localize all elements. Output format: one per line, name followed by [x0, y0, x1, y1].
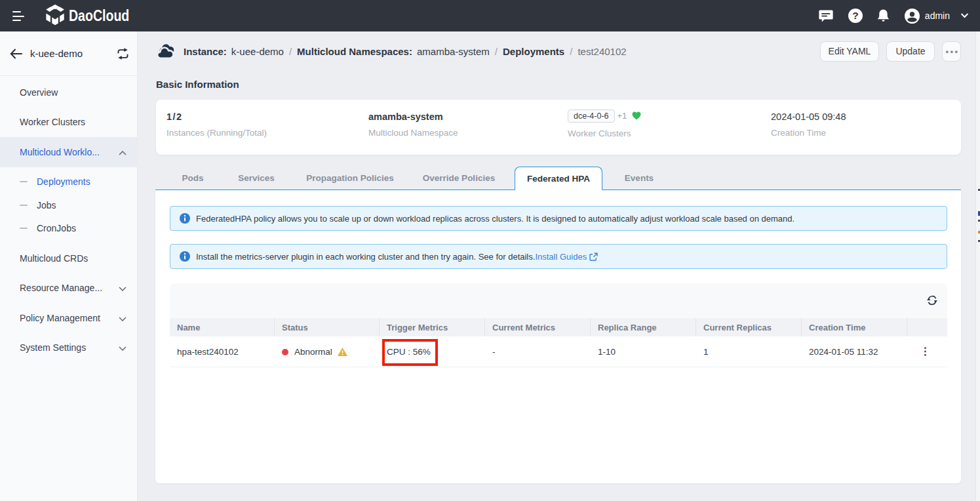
svg-text:?: ?: [852, 10, 858, 21]
